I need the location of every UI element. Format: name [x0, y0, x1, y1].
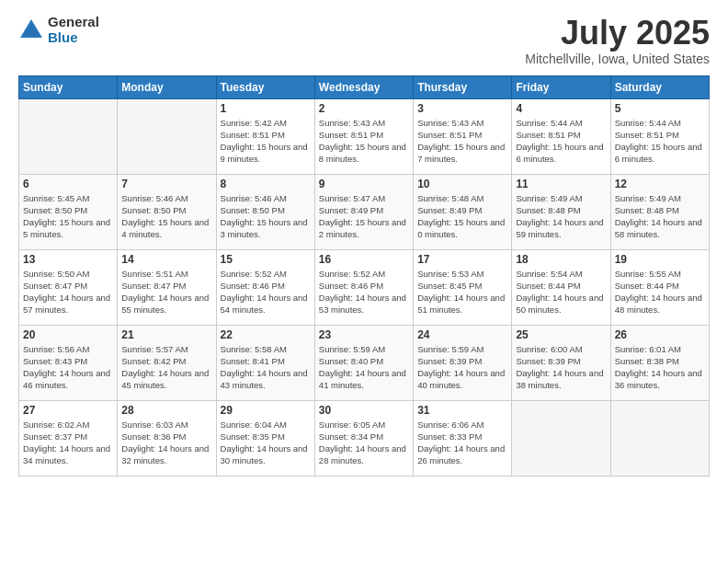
calendar-cell: 23Sunrise: 5:59 AMSunset: 8:40 PMDayligh…	[314, 325, 413, 400]
weekday-header: Friday	[512, 75, 610, 98]
day-detail: Sunrise: 6:04 AMSunset: 8:35 PMDaylight:…	[221, 419, 311, 467]
day-detail: Sunrise: 5:46 AMSunset: 8:50 PMDaylight:…	[221, 192, 311, 241]
day-number: 13	[23, 253, 113, 266]
day-detail: Sunrise: 6:03 AMSunset: 8:36 PMDaylight:…	[121, 419, 211, 467]
calendar-cell: 1Sunrise: 5:42 AMSunset: 8:51 PMDaylight…	[216, 98, 314, 174]
calendar-cell	[19, 98, 118, 174]
day-number: 31	[417, 404, 507, 417]
day-number: 22	[221, 328, 311, 341]
weekday-header: Thursday	[414, 75, 512, 98]
calendar-cell: 4Sunrise: 5:44 AMSunset: 8:51 PMDaylight…	[512, 98, 610, 174]
day-detail: Sunrise: 5:58 AMSunset: 8:41 PMDaylight:…	[221, 343, 311, 392]
calendar-cell: 30Sunrise: 6:05 AMSunset: 8:34 PMDayligh…	[314, 400, 413, 476]
day-number: 5	[615, 102, 705, 115]
calendar-cell	[118, 98, 216, 174]
day-number: 6	[23, 178, 113, 190]
day-number: 2	[319, 102, 409, 115]
logo: General Blue	[18, 15, 99, 45]
day-detail: Sunrise: 5:59 AMSunset: 8:39 PMDaylight:…	[417, 343, 507, 392]
day-detail: Sunrise: 5:45 AMSunset: 8:50 PMDaylight:…	[23, 192, 113, 241]
calendar-cell: 2Sunrise: 5:43 AMSunset: 8:51 PMDaylight…	[314, 98, 413, 174]
day-number: 30	[319, 404, 409, 417]
day-detail: Sunrise: 6:06 AMSunset: 8:33 PMDaylight:…	[417, 419, 507, 467]
day-number: 27	[23, 404, 113, 417]
day-number: 12	[615, 178, 705, 190]
calendar-cell: 22Sunrise: 5:58 AMSunset: 8:41 PMDayligh…	[216, 325, 314, 400]
day-number: 23	[319, 328, 409, 341]
svg-marker-1	[22, 23, 40, 36]
day-number: 3	[417, 102, 507, 115]
calendar-table: SundayMondayTuesdayWednesdayThursdayFrid…	[18, 75, 710, 477]
calendar-week-row: 1Sunrise: 5:42 AMSunset: 8:51 PMDaylight…	[19, 98, 710, 174]
calendar-cell: 31Sunrise: 6:06 AMSunset: 8:33 PMDayligh…	[414, 400, 512, 476]
calendar-cell: 7Sunrise: 5:46 AMSunset: 8:50 PMDaylight…	[118, 174, 216, 249]
calendar-cell: 3Sunrise: 5:43 AMSunset: 8:51 PMDaylight…	[414, 98, 512, 174]
day-detail: Sunrise: 6:00 AMSunset: 8:39 PMDaylight:…	[516, 343, 606, 392]
logo-text: General Blue	[48, 15, 99, 45]
day-number: 19	[615, 253, 705, 266]
day-number: 9	[319, 178, 409, 190]
day-detail: Sunrise: 5:59 AMSunset: 8:40 PMDaylight:…	[319, 343, 409, 392]
calendar-cell: 20Sunrise: 5:56 AMSunset: 8:43 PMDayligh…	[19, 325, 118, 400]
calendar-week-row: 27Sunrise: 6:02 AMSunset: 8:37 PMDayligh…	[19, 400, 710, 476]
calendar-cell: 17Sunrise: 5:53 AMSunset: 8:45 PMDayligh…	[414, 249, 512, 325]
day-detail: Sunrise: 5:49 AMSunset: 8:48 PMDaylight:…	[516, 192, 606, 241]
day-detail: Sunrise: 5:44 AMSunset: 8:51 PMDaylight:…	[615, 117, 705, 166]
calendar-header-row: SundayMondayTuesdayWednesdayThursdayFrid…	[19, 75, 710, 98]
calendar-cell: 27Sunrise: 6:02 AMSunset: 8:37 PMDayligh…	[19, 400, 118, 476]
calendar-cell: 8Sunrise: 5:46 AMSunset: 8:50 PMDaylight…	[216, 174, 314, 249]
header: General Blue July 2025 Mitchellville, Io…	[18, 15, 710, 66]
day-number: 25	[516, 328, 606, 341]
day-number: 7	[121, 178, 211, 190]
calendar-week-row: 6Sunrise: 5:45 AMSunset: 8:50 PMDaylight…	[19, 174, 710, 249]
calendar-cell: 21Sunrise: 5:57 AMSunset: 8:42 PMDayligh…	[118, 325, 216, 400]
day-number: 16	[319, 253, 409, 266]
day-detail: Sunrise: 5:46 AMSunset: 8:50 PMDaylight:…	[121, 192, 211, 241]
day-detail: Sunrise: 6:05 AMSunset: 8:34 PMDaylight:…	[319, 419, 409, 467]
day-detail: Sunrise: 5:49 AMSunset: 8:48 PMDaylight:…	[615, 192, 705, 241]
calendar-cell: 28Sunrise: 6:03 AMSunset: 8:36 PMDayligh…	[118, 400, 216, 476]
calendar-cell: 18Sunrise: 5:54 AMSunset: 8:44 PMDayligh…	[512, 249, 610, 325]
day-number: 8	[221, 178, 311, 190]
day-number: 17	[417, 253, 507, 266]
calendar-cell: 19Sunrise: 5:55 AMSunset: 8:44 PMDayligh…	[610, 249, 709, 325]
calendar-cell: 25Sunrise: 6:00 AMSunset: 8:39 PMDayligh…	[512, 325, 610, 400]
title-block: July 2025 Mitchellville, Iowa, United St…	[525, 15, 710, 66]
day-detail: Sunrise: 5:50 AMSunset: 8:47 PMDaylight:…	[23, 268, 113, 316]
day-detail: Sunrise: 5:47 AMSunset: 8:49 PMDaylight:…	[319, 192, 409, 241]
day-detail: Sunrise: 5:53 AMSunset: 8:45 PMDaylight:…	[417, 268, 507, 316]
calendar-cell: 14Sunrise: 5:51 AMSunset: 8:47 PMDayligh…	[118, 249, 216, 325]
weekday-header: Saturday	[610, 75, 709, 98]
day-number: 1	[221, 102, 311, 115]
calendar-cell	[610, 400, 709, 476]
calendar-cell: 26Sunrise: 6:01 AMSunset: 8:38 PMDayligh…	[610, 325, 709, 400]
weekday-header: Sunday	[19, 75, 118, 98]
calendar-cell: 9Sunrise: 5:47 AMSunset: 8:49 PMDaylight…	[314, 174, 413, 249]
day-detail: Sunrise: 5:43 AMSunset: 8:51 PMDaylight:…	[319, 117, 409, 166]
day-number: 29	[221, 404, 311, 417]
day-detail: Sunrise: 5:43 AMSunset: 8:51 PMDaylight:…	[417, 117, 507, 166]
day-detail: Sunrise: 6:02 AMSunset: 8:37 PMDaylight:…	[23, 419, 113, 467]
weekday-header: Monday	[118, 75, 216, 98]
day-detail: Sunrise: 5:48 AMSunset: 8:49 PMDaylight:…	[417, 192, 507, 241]
calendar-cell	[512, 400, 610, 476]
calendar-cell: 12Sunrise: 5:49 AMSunset: 8:48 PMDayligh…	[610, 174, 709, 249]
page: General Blue July 2025 Mitchellville, Io…	[0, 0, 728, 563]
calendar-cell: 15Sunrise: 5:52 AMSunset: 8:46 PMDayligh…	[216, 249, 314, 325]
day-number: 26	[615, 328, 705, 341]
calendar-cell: 24Sunrise: 5:59 AMSunset: 8:39 PMDayligh…	[414, 325, 512, 400]
day-detail: Sunrise: 5:57 AMSunset: 8:42 PMDaylight:…	[121, 343, 211, 392]
day-number: 4	[516, 102, 606, 115]
day-number: 20	[23, 328, 113, 341]
day-number: 11	[516, 178, 606, 190]
calendar-cell: 29Sunrise: 6:04 AMSunset: 8:35 PMDayligh…	[216, 400, 314, 476]
calendar-cell: 11Sunrise: 5:49 AMSunset: 8:48 PMDayligh…	[512, 174, 610, 249]
day-number: 24	[417, 328, 507, 341]
day-detail: Sunrise: 5:51 AMSunset: 8:47 PMDaylight:…	[121, 268, 211, 316]
calendar-cell: 13Sunrise: 5:50 AMSunset: 8:47 PMDayligh…	[19, 249, 118, 325]
day-number: 14	[121, 253, 211, 266]
day-number: 15	[221, 253, 311, 266]
calendar-cell: 6Sunrise: 5:45 AMSunset: 8:50 PMDaylight…	[19, 174, 118, 249]
day-detail: Sunrise: 6:01 AMSunset: 8:38 PMDaylight:…	[615, 343, 705, 392]
calendar-cell: 16Sunrise: 5:52 AMSunset: 8:46 PMDayligh…	[314, 249, 413, 325]
